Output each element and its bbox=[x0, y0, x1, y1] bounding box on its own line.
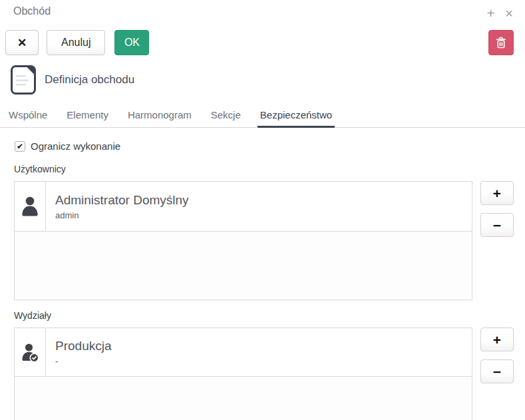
user-icon bbox=[21, 196, 39, 216]
department-item-text: Produkcja - bbox=[46, 328, 112, 376]
departments-section: Produkcja - + − bbox=[14, 327, 514, 420]
plus-icon: + bbox=[493, 333, 501, 347]
entity-header: Definicja obchodu bbox=[11, 65, 525, 95]
department-item-title: Produkcja bbox=[55, 339, 112, 353]
document-icon bbox=[11, 65, 36, 95]
window-add-icon[interactable]: + bbox=[487, 7, 495, 20]
departments-add-button[interactable]: + bbox=[480, 327, 514, 351]
ok-button[interactable]: OK bbox=[114, 30, 149, 55]
tab-harmonogram[interactable]: Harmonogram bbox=[125, 103, 194, 128]
users-remove-button[interactable]: − bbox=[480, 213, 514, 237]
user-list-item[interactable]: Administrator Domyślny admin bbox=[15, 182, 472, 232]
user-item-title: Administrator Domyślny bbox=[55, 193, 189, 208]
departments-remove-button[interactable]: − bbox=[480, 359, 514, 383]
close-button[interactable]: ✕ bbox=[5, 30, 39, 55]
users-list[interactable]: Administrator Domyślny admin bbox=[14, 181, 472, 300]
window-title: Obchód bbox=[13, 5, 51, 17]
trash-icon bbox=[496, 37, 506, 49]
tab-elementy[interactable]: Elementy bbox=[64, 103, 111, 128]
cancel-button[interactable]: Anuluj bbox=[47, 30, 105, 55]
departments-list[interactable]: Produkcja - bbox=[14, 327, 472, 420]
users-section: Administrator Domyślny admin + − bbox=[14, 181, 514, 300]
users-section-label: Użytkownicy bbox=[14, 164, 525, 174]
user-check-icon bbox=[21, 342, 39, 362]
toolbar: ✕ Anuluj OK bbox=[5, 30, 514, 55]
department-item-subtitle: - bbox=[55, 356, 112, 366]
delete-button[interactable] bbox=[488, 30, 514, 55]
restrict-execution-row: ✔ Ogranicz wykonanie bbox=[15, 140, 525, 152]
users-add-button[interactable]: + bbox=[480, 181, 514, 205]
minus-icon: − bbox=[493, 365, 501, 379]
user-item-subtitle: admin bbox=[55, 210, 189, 220]
department-list-item[interactable]: Produkcja - bbox=[15, 328, 472, 377]
users-buttons: + − bbox=[480, 181, 514, 237]
plus-icon: + bbox=[493, 186, 501, 200]
titlebar: Obchód + × bbox=[0, 0, 525, 20]
departments-buttons: + − bbox=[480, 327, 514, 383]
ok-button-label: OK bbox=[124, 37, 140, 49]
window-controls: + × bbox=[487, 7, 513, 20]
departments-section-label: Wydziały bbox=[14, 310, 525, 321]
department-icon-cell bbox=[15, 328, 46, 376]
cancel-button-label: Anuluj bbox=[61, 37, 90, 49]
close-x-icon: ✕ bbox=[17, 36, 27, 50]
window-close-icon[interactable]: × bbox=[505, 7, 513, 20]
tab-wspolne[interactable]: Wspólne bbox=[6, 103, 50, 128]
tab-bezpieczenstwo[interactable]: Bezpieczeństwo bbox=[258, 103, 335, 128]
restrict-execution-label: Ogranicz wykonanie bbox=[31, 140, 120, 152]
entity-title: Definicja obchodu bbox=[45, 73, 134, 87]
user-icon-cell bbox=[15, 182, 46, 231]
restrict-execution-checkbox[interactable]: ✔ bbox=[15, 141, 25, 152]
user-item-text: Administrator Domyślny admin bbox=[46, 182, 189, 231]
minus-icon: − bbox=[493, 218, 501, 232]
tab-sekcje[interactable]: Sekcje bbox=[208, 103, 244, 128]
checkmark-icon: ✔ bbox=[17, 142, 23, 150]
tab-bar: Wspólne Elementy Harmonogram Sekcje Bezp… bbox=[0, 103, 525, 128]
